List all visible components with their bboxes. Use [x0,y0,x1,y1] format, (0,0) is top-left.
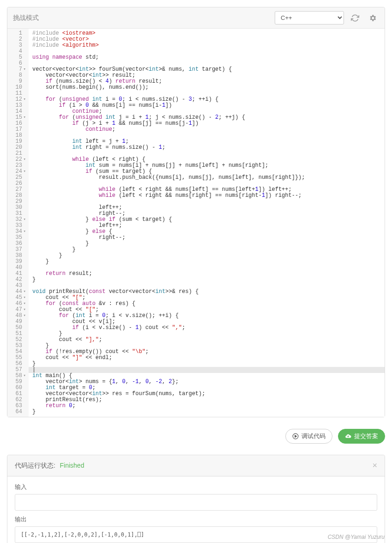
action-bar: 调试代码 提交答案 [0,424,392,455]
debug-label: 调试代码 [302,432,326,440]
language-select[interactable]: C++ [275,11,344,24]
input-label: 输入 [15,483,377,491]
status-header: 代码运行状态: Finished × [7,455,385,476]
submit-label: 提交答案 [354,432,378,440]
status-body: 输入 输出 [[-2,-1,1,2],[-2,0,0,2],[-1,0,0,1]… [7,476,385,543]
close-icon[interactable]: × [372,461,377,470]
status-panel: 代码运行状态: Finished × 输入 输出 [[-2,-1,1,2],[-… [7,455,385,543]
code-content[interactable]: #include <iostream>#include <vector>#inc… [29,29,385,417]
status-label: 代码运行状态: [15,462,55,469]
refresh-icon[interactable] [349,12,362,24]
line-gutter: 1234567▾89101112▾131415▾16171819202122▾2… [7,29,29,417]
gear-icon[interactable] [366,12,379,24]
svg-marker-1 [295,435,297,438]
status-value: Finished [60,462,84,469]
status-title: 代码运行状态: Finished [15,462,84,470]
watermark: CSDN @Yamai Yuzuru [328,534,385,540]
cloud-upload-icon [345,433,351,439]
input-box [15,494,377,511]
debug-button[interactable]: 调试代码 [285,429,332,444]
editor-panel: 挑战模式 C++ 1234567▾89101112▾131415▾1617181… [7,7,385,417]
toolbar-right: C++ [275,11,379,24]
editor-toolbar: 挑战模式 C++ [7,7,385,29]
output-box: [[-2,-1,1,2],[-2,0,0,2],[-1,0,0,1],⎕] [15,526,377,543]
code-editor[interactable]: 1234567▾89101112▾131415▾16171819202122▾2… [7,29,385,417]
play-circle-icon [292,433,299,439]
output-label: 输出 [15,515,377,524]
toolbar-title: 挑战模式 [13,14,39,22]
submit-button[interactable]: 提交答案 [338,429,385,444]
